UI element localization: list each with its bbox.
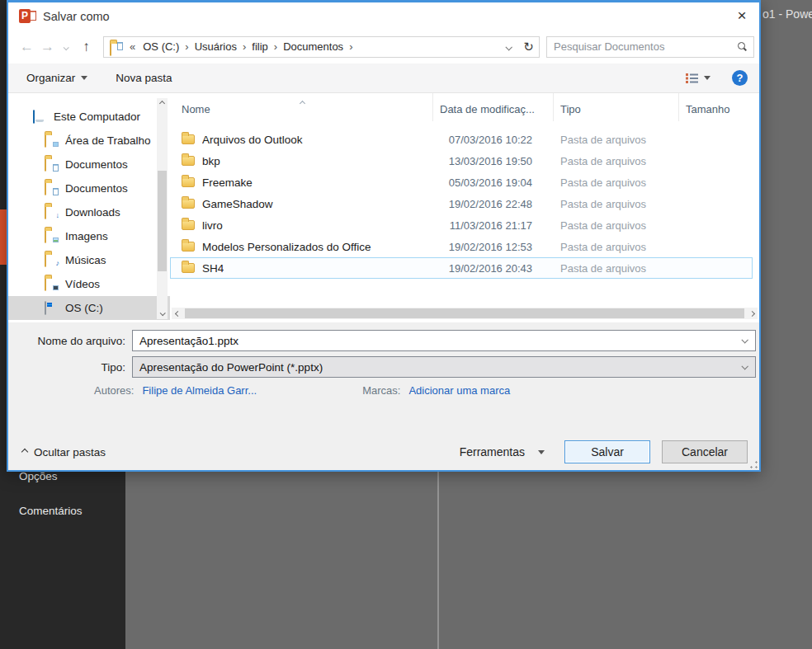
column-header-date[interactable]: Data de modificaç...: [432, 93, 553, 121]
sidebar-item-musicas[interactable]: ♪Músicas: [8, 248, 170, 272]
filename-input[interactable]: [139, 335, 742, 347]
hide-folders-button[interactable]: Ocultar pastas: [22, 446, 106, 459]
file-name: SH4: [202, 262, 224, 275]
save-button[interactable]: Salvar: [564, 440, 650, 463]
sidebar-item-os-c[interactable]: OS (C:): [8, 296, 170, 320]
add-tag-link[interactable]: Adicionar uma marca: [408, 384, 510, 397]
horizontal-scrollbar[interactable]: [172, 308, 758, 319]
file-date: 19/02/2016 12:53: [432, 241, 552, 253]
sidebar-item-label: OS (C:): [65, 302, 103, 314]
file-type: Pasta de arquivos: [552, 262, 677, 275]
sidebar-item-label: Documentos: [65, 182, 128, 195]
breadcrumb-item[interactable]: OS (C:): [138, 40, 184, 53]
forward-icon[interactable]: →: [37, 39, 58, 55]
column-label: Nome: [182, 103, 210, 115]
file-type: Pasta de arquivos: [552, 241, 677, 253]
filename-row: Nome do arquivo:: [8, 330, 759, 351]
filetype-value: Apresentação do PowerPoint (*.pptx): [139, 361, 742, 374]
file-name: bkp: [202, 155, 220, 167]
file-row[interactable]: Freemake05/03/2016 19:04Pasta de arquivo…: [170, 172, 753, 193]
sort-ascending-icon: [300, 96, 304, 108]
address-bar: ← → ↑ « OS (C:)›Usuários›filip›Documento…: [8, 30, 759, 63]
column-header-size[interactable]: Tamanho: [678, 93, 753, 121]
close-icon[interactable]: ×: [725, 2, 759, 30]
filetype-row: Tipo: Apresentação do PowerPoint (*.pptx…: [8, 356, 759, 378]
help-icon[interactable]: ?: [732, 70, 748, 86]
refresh-icon[interactable]: ↻: [518, 36, 540, 58]
breadcrumb-item[interactable]: Documentos: [278, 40, 348, 53]
folder-icon: [182, 134, 195, 144]
file-date: 11/03/2016 21:17: [432, 219, 552, 232]
backstage-item-options[interactable]: Opções: [19, 470, 58, 482]
file-row[interactable]: GameShadow19/02/2016 22:48Pasta de arqui…: [170, 193, 753, 214]
sidebar-item-documentos-2[interactable]: Documentos: [8, 176, 170, 200]
sidebar-item-area-de-trabalho[interactable]: Área de Trabalho: [8, 129, 170, 153]
breadcrumb-separator-icon[interactable]: ›: [348, 40, 353, 53]
file-list-header: Nome Data de modificaç... Tipo Tamanho: [170, 93, 753, 121]
sidebar-item-label: Imagens: [65, 230, 108, 242]
breadcrumb-overflow-icon[interactable]: «: [129, 40, 138, 53]
search-input[interactable]: [554, 40, 737, 53]
chevron-down-icon[interactable]: [741, 336, 748, 343]
scroll-down-icon[interactable]: [157, 308, 168, 319]
file-name-cell: GameShadow: [171, 198, 432, 210]
breadcrumb-item[interactable]: filip: [247, 40, 273, 53]
sidebar-scrollbar[interactable]: [157, 98, 168, 319]
file-name-cell: livro: [171, 219, 432, 232]
organize-button[interactable]: Organizar: [26, 72, 87, 84]
file-name: GameShadow: [202, 198, 273, 210]
filename-combo: [132, 330, 756, 351]
search-box: [546, 36, 754, 58]
file-row[interactable]: Arquivos do Outlook07/03/2016 10:22Pasta…: [170, 129, 753, 150]
filetype-select[interactable]: Apresentação do PowerPoint (*.pptx): [132, 356, 756, 378]
column-label: Tipo: [560, 103, 581, 115]
sidebar-item-label: Este Computador: [54, 111, 140, 123]
cancel-button[interactable]: Cancelar: [662, 440, 748, 463]
horizontal-scrollbar-thumb[interactable]: [185, 308, 744, 318]
new-folder-label: Nova pasta: [116, 72, 172, 84]
tools-dropdown[interactable]: Ferramentas: [460, 445, 545, 459]
folder-icon: [182, 199, 195, 209]
change-view-button[interactable]: [686, 73, 710, 83]
sidebar-item-label: Área de Trabalho: [65, 134, 151, 147]
authors-link[interactable]: Filipe de Almeida Garr...: [142, 384, 257, 397]
backstage-item-comments[interactable]: Comentários: [19, 505, 83, 517]
column-header-name[interactable]: Nome: [170, 93, 432, 121]
folder-icon: [182, 177, 195, 187]
scroll-up-icon[interactable]: [157, 98, 168, 109]
file-type: Pasta de arquivos: [552, 198, 677, 210]
sidebar-item-videos[interactable]: Vídeos: [8, 272, 170, 296]
column-header-type[interactable]: Tipo: [553, 93, 678, 121]
powerpoint-icon: P: [19, 9, 36, 23]
history-dropdown-icon[interactable]: [58, 40, 73, 53]
music-icon: ♪: [45, 254, 59, 266]
breadcrumb-item[interactable]: Usuários: [190, 40, 242, 53]
up-icon[interactable]: ↑: [76, 39, 97, 55]
file-row[interactable]: bkp13/03/2016 19:50Pasta de arquivos: [170, 150, 753, 172]
back-icon[interactable]: ←: [17, 39, 37, 55]
file-row[interactable]: Modelos Personalizados do Office19/02/20…: [170, 236, 753, 257]
file-date: 19/02/2016 20:43: [432, 262, 552, 275]
dialog-main: Este ComputadorÁrea de TrabalhoDocumento…: [8, 93, 759, 322]
file-row[interactable]: livro11/03/2016 21:17Pasta de arquivos: [170, 214, 753, 236]
sidebar-item-imagens[interactable]: Imagens: [8, 224, 170, 248]
sidebar-scrollbar-thumb[interactable]: [158, 171, 167, 271]
file-row[interactable]: SH419/02/2016 20:43Pasta de arquivos: [170, 257, 753, 279]
file-name-cell: Freemake: [171, 176, 432, 189]
caret-down-icon: [538, 450, 545, 454]
scroll-right-icon[interactable]: [746, 308, 758, 319]
sidebar-item-documentos-1[interactable]: Documentos: [8, 153, 170, 176]
folder-icon: [182, 156, 195, 166]
new-folder-button[interactable]: Nova pasta: [116, 72, 172, 84]
file-name: Modelos Personalizados do Office: [202, 241, 371, 253]
file-type: Pasta de arquivos: [552, 176, 677, 189]
caret-down-icon: [704, 76, 710, 80]
organize-label: Organizar: [26, 72, 75, 84]
breadcrumb-dropdown-icon[interactable]: [498, 40, 518, 53]
scroll-left-icon[interactable]: [172, 308, 183, 319]
computer-icon: [33, 111, 48, 123]
sidebar-item-este-computador[interactable]: Este Computador: [8, 105, 170, 129]
column-label: Tamanho: [686, 103, 729, 115]
file-type: Pasta de arquivos: [552, 155, 677, 167]
sidebar-item-downloads[interactable]: ↓Downloads: [8, 200, 170, 224]
